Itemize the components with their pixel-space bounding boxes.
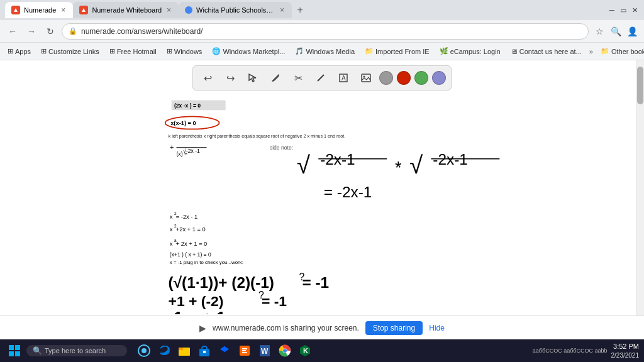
scrollbar[interactable] (636, 60, 644, 339)
bookmark-apps[interactable]: ⊞ Apps (5, 46, 33, 57)
maximize-button[interactable]: ▭ (619, 6, 628, 14)
bookmark-star-icon[interactable]: ☆ (592, 25, 606, 38)
color-gray[interactable] (379, 71, 393, 85)
svg-text:√: √ (297, 151, 311, 178)
taskbar-store[interactable] (195, 341, 214, 360)
svg-text:-2x-1: -2x-1 (320, 151, 355, 168)
tab-wichita-label: Wichita Public Schools / Homep... (196, 6, 275, 14)
tab-whiteboard[interactable]: Numerade Whiteboard × (73, 2, 179, 18)
refresh-button[interactable]: ↻ (43, 24, 58, 39)
windows-start-button[interactable] (5, 341, 24, 360)
tab-wichita[interactable]: Wichita Public Schools / Homep... × (179, 2, 292, 18)
taskbar-cortana[interactable] (135, 341, 153, 360)
taskbar-edge[interactable] (155, 341, 174, 360)
taskbar-sublime[interactable] (235, 341, 254, 360)
bookmark-customize[interactable]: ⊞ Customize Links (38, 46, 102, 57)
tab-numerade-close[interactable]: × (60, 6, 67, 14)
profile-icon[interactable]: 👤 (625, 25, 639, 38)
color-purple[interactable] (432, 71, 446, 85)
minimize-button[interactable]: ─ (608, 6, 616, 14)
svg-text:(√(1·1))+  (2)(-1): (√(1·1))+ (2)(-1) (169, 274, 274, 291)
tab-whiteboard-close[interactable]: × (165, 6, 172, 14)
bookmark-hotmail-label: Free Hotmail (117, 48, 157, 55)
forward-button[interactable]: → (24, 24, 39, 39)
svg-text:= -1: = -1 (302, 274, 329, 291)
svg-marker-1 (82, 8, 86, 12)
svg-text:= -2x-1: = -2x-1 (324, 184, 372, 200)
hide-button[interactable]: Hide (429, 324, 445, 332)
image-tool-button[interactable] (357, 69, 375, 87)
taskbar-word[interactable]: W (255, 341, 274, 360)
svg-text:side note:: side note: (270, 145, 293, 151)
svg-text:x: x (170, 226, 173, 233)
bookmark-apps-label: Apps (15, 48, 31, 55)
address-actions: ☆ 🔍 👤 (592, 25, 639, 38)
tab-numerade[interactable]: Numerade × (5, 2, 73, 18)
tray-text: aaббCCOC aaббCCOC aabb (533, 348, 608, 354)
window-controls: ─ ▭ ✕ (608, 6, 639, 14)
lock-icon: 🔒 (69, 27, 77, 35)
svg-text:√: √ (409, 151, 423, 178)
svg-text:?: ? (258, 290, 264, 300)
math-canvas: (2x -x ) = 0 x(x-1) = 0 k left parenthes… (0, 98, 644, 314)
bookmark-ecampus-label: eCampus: Login (450, 48, 501, 55)
bookmark-contact[interactable]: 🖥 Contact us here at... (508, 47, 584, 57)
scroll-thumb[interactable] (637, 67, 643, 104)
whiteboard[interactable]: ↩ ↪ ✂ A (0, 60, 644, 339)
url-bar[interactable]: 🔒 numerade.com/answers/whiteboard/ (62, 23, 589, 40)
bookmark-imported-label: Imported From IE (375, 48, 430, 55)
taskbar-chrome[interactable] (275, 341, 294, 360)
svg-text:2: 2 (174, 211, 177, 216)
address-bar: ← → ↻ 🔒 numerade.com/answers/whiteboard/… (0, 20, 644, 43)
back-button[interactable]: ← (5, 24, 20, 39)
svg-rect-51 (179, 348, 183, 350)
date-display: 2/23/2021 (611, 351, 640, 359)
bookmark-windows[interactable]: ⊞ Windows (164, 46, 205, 57)
bookmarks-bar: ⊞ Apps ⊞ Customize Links ⊞ Free Hotmail … (0, 43, 644, 60)
scissors-tool-button[interactable]: ✂ (289, 69, 308, 87)
taskbar-explorer[interactable] (175, 341, 194, 360)
svg-text:A: A (341, 75, 346, 82)
svg-point-59 (283, 349, 287, 353)
pencil-tool-button[interactable] (266, 69, 285, 87)
taskbar-search[interactable]: 🔍 Type here to search (26, 345, 127, 356)
select-tool-button[interactable] (243, 69, 262, 87)
bookmark-other[interactable]: 📁 Other bookmarks (598, 46, 644, 57)
toolbar: ↩ ↪ ✂ A (192, 65, 452, 90)
text-tool-button[interactable]: A (334, 69, 353, 87)
system-tray-icons: aaббCCOC aaббCCOC aabb (533, 348, 608, 354)
svg-text:x(x-1) =  0: x(x-1) = 0 (170, 120, 196, 126)
bookmark-contact-label: Contact us here at... (519, 48, 582, 55)
close-button[interactable]: ✕ (630, 6, 639, 14)
bookmark-hotmail[interactable]: ⊞ Free Hotmail (107, 46, 159, 57)
svg-text:(2x  -x ) = 0: (2x -x ) = 0 (174, 102, 201, 109)
redo-button[interactable]: ↪ (221, 69, 240, 87)
svg-point-5 (364, 76, 365, 78)
taskbar-kaspersky[interactable]: K (296, 341, 314, 360)
bookmark-marketplace[interactable]: 🌐 Windows Marketpl... (209, 46, 287, 57)
time-display: 3:52 PM (611, 342, 640, 351)
svg-text:x = -1 plug in to check you...: x = -1 plug in to check you...work: (170, 260, 243, 265)
color-green[interactable] (414, 71, 428, 85)
svg-rect-6 (172, 101, 226, 111)
title-bar: Numerade × Numerade Whiteboard × Wichita… (0, 0, 644, 20)
svg-rect-45 (15, 345, 20, 350)
screen-share-bar: ▶ www.numerade.com is sharing your scree… (0, 315, 644, 339)
taskbar-dropbox[interactable] (215, 341, 234, 360)
new-tab-button[interactable]: + (292, 2, 308, 18)
line-tool-button[interactable] (311, 69, 330, 87)
tab-numerade-label: Numerade (24, 6, 56, 14)
hotmail-icon: ⊞ (109, 47, 115, 55)
taskbar-apps: W K (135, 341, 314, 360)
color-red[interactable] (397, 71, 411, 85)
svg-text:a: a (174, 238, 177, 243)
tab-wichita-close[interactable]: × (279, 6, 286, 14)
extension-icon[interactable]: 🔍 (609, 25, 623, 38)
bookmark-media[interactable]: 🎵 Windows Media (292, 46, 357, 57)
stop-sharing-button[interactable]: Stop sharing (365, 321, 423, 335)
undo-button[interactable]: ↩ (198, 69, 217, 87)
bookmark-ecampus[interactable]: 🌿 eCampus: Login (437, 46, 503, 57)
bookmark-imported[interactable]: 📁 Imported From IE (362, 46, 432, 57)
bookmarks-more-button[interactable]: » (589, 48, 593, 55)
customize-icon: ⊞ (41, 47, 47, 55)
